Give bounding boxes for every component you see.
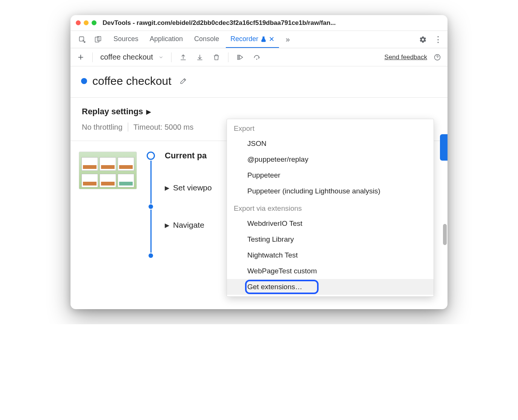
tab-label: Application xyxy=(150,35,183,43)
device-toolbar-icon[interactable] xyxy=(92,33,104,46)
timeline xyxy=(145,152,156,258)
export-item-get-extensions[interactable]: Get extensions… xyxy=(227,279,434,295)
settings-icon[interactable] xyxy=(417,33,429,46)
export-extensions-group-label: Export via extensions xyxy=(227,199,434,216)
step-over-icon[interactable] xyxy=(250,51,263,64)
step-label: Current pa xyxy=(165,151,207,161)
step-label: Navigate xyxy=(173,221,204,230)
menu-item-label: Testing Library xyxy=(247,235,294,243)
menu-item-label: Puppeteer xyxy=(247,171,280,179)
throttling-value: No throttling xyxy=(82,123,123,132)
timeline-node-icon xyxy=(149,204,153,209)
svg-rect-1 xyxy=(95,37,99,42)
recording-status-dot xyxy=(81,78,87,84)
export-item-puppeteer[interactable]: Puppeteer xyxy=(227,167,434,183)
window-controls xyxy=(76,20,97,25)
tab-application[interactable]: Application xyxy=(145,31,187,48)
chevron-down-icon xyxy=(158,55,164,60)
import-icon[interactable] xyxy=(193,51,206,64)
close-window-icon[interactable] xyxy=(76,20,81,25)
timeline-node-icon xyxy=(149,253,153,258)
menu-item-label: WebdriverIO Test xyxy=(247,219,302,227)
menu-item-label: Get extensions… xyxy=(247,283,302,291)
export-item-webpagetest[interactable]: WebPageTest custom xyxy=(227,263,434,279)
devtools-window: DevTools - rawgit.com/ebidel/2d2bb0cdec3… xyxy=(70,15,448,309)
scrollbar-thumb[interactable] xyxy=(443,224,447,245)
export-icon[interactable] xyxy=(177,51,190,64)
menu-item-label: @puppeteer/replay xyxy=(247,155,308,163)
more-tabs-icon[interactable]: » xyxy=(281,33,294,46)
export-item-webdriverio[interactable]: WebdriverIO Test xyxy=(227,216,434,231)
flask-icon xyxy=(261,36,267,42)
recording-select[interactable]: coffee checkout xyxy=(98,53,166,61)
timeline-start-icon xyxy=(147,152,155,160)
kebab-menu-icon[interactable]: ⋮ xyxy=(432,33,444,46)
export-item-nightwatch[interactable]: Nightwatch Test xyxy=(227,247,434,263)
replay-settings-label: Replay settings xyxy=(82,107,143,116)
timeout-value: Timeout: 5000 ms xyxy=(133,123,193,132)
replay-icon[interactable] xyxy=(234,51,247,64)
delete-icon[interactable] xyxy=(210,51,223,64)
send-feedback-link[interactable]: Send feedback xyxy=(385,54,427,61)
tab-label: Sources xyxy=(113,35,138,43)
export-item-testing-library[interactable]: Testing Library xyxy=(227,231,434,247)
svg-point-4 xyxy=(256,58,257,60)
export-item-puppeteer-replay[interactable]: @puppeteer/replay xyxy=(227,152,434,167)
titlebar: DevTools - rawgit.com/ebidel/2d2bb0cdec3… xyxy=(70,15,448,31)
menu-item-label: WebPageTest custom xyxy=(247,267,317,275)
recording-header: coffee checkout xyxy=(70,66,448,98)
menu-item-label: JSON xyxy=(247,139,267,147)
close-icon[interactable]: ✕ xyxy=(269,35,274,43)
window-title: DevTools - rawgit.com/ebidel/2d2bb0cdec3… xyxy=(103,19,442,27)
add-recording-icon[interactable]: + xyxy=(74,51,87,64)
recorder-content: coffee checkout Replay settings ▶ No thr… xyxy=(70,66,448,309)
tab-recorder[interactable]: Recorder ✕ xyxy=(226,31,279,48)
recording-title: coffee checkout xyxy=(92,75,172,87)
inspect-element-icon[interactable] xyxy=(76,33,89,46)
export-item-json[interactable]: JSON xyxy=(227,136,434,152)
caret-right-icon: ▶ xyxy=(165,184,169,192)
tab-console[interactable]: Console xyxy=(190,31,224,48)
replay-settings-toggle[interactable]: Replay settings ▶ xyxy=(82,107,436,116)
page-thumbnail xyxy=(79,152,137,189)
zoom-window-icon[interactable] xyxy=(92,20,97,25)
export-group-label: Export xyxy=(227,119,434,136)
recording-select-label: coffee checkout xyxy=(100,53,153,61)
help-icon[interactable] xyxy=(431,51,444,64)
export-dropdown: Export JSON @puppeteer/replay Puppeteer … xyxy=(227,119,434,297)
caret-right-icon: ▶ xyxy=(146,108,151,115)
menu-item-label: Puppeteer (including Lighthouse analysis… xyxy=(247,187,380,195)
recorder-toolbar: + coffee checkout Send feedback xyxy=(70,48,448,66)
step-label: Set viewpo xyxy=(173,183,212,192)
tab-label: Console xyxy=(194,35,219,43)
edit-title-icon[interactable] xyxy=(177,75,190,87)
export-item-puppeteer-lighthouse[interactable]: Puppeteer (including Lighthouse analysis… xyxy=(227,183,434,199)
caret-right-icon: ▶ xyxy=(165,222,169,229)
tab-label: Recorder xyxy=(230,35,258,43)
menu-item-label: Nightwatch Test xyxy=(247,251,298,259)
tab-sources[interactable]: Sources xyxy=(109,31,143,48)
minimize-window-icon[interactable] xyxy=(84,20,89,25)
svg-rect-3 xyxy=(238,55,239,60)
panel-tabstrip: Sources Application Console Recorder ✕ »… xyxy=(70,31,448,48)
